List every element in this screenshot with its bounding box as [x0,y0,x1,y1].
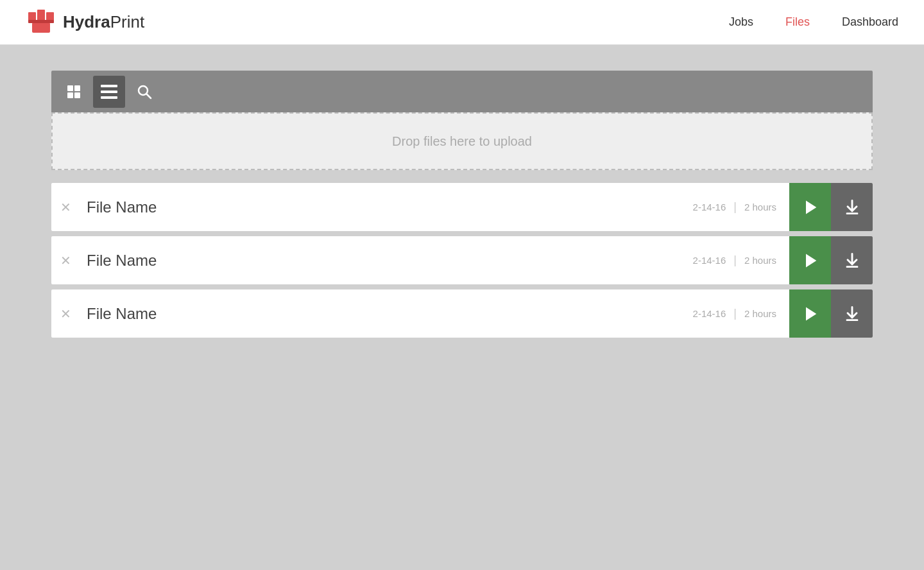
table-row: ✕ File Name 2-14-16 | 2 hours [51,289,873,338]
logo-icon [26,7,56,38]
logo-brand: Hydra [63,12,110,31]
svg-rect-8 [74,92,80,98]
svg-rect-4 [28,20,54,23]
grid-icon [66,84,81,99]
logo-suffix: Print [110,12,144,31]
file-name: File Name [80,198,693,216]
main-content: Drop files here to upload ✕ File Name 2-… [0,45,924,363]
header: HydraPrint Jobs Files Dashboard [0,0,924,45]
download-button[interactable] [831,236,873,284]
nav-dashboard[interactable]: Dashboard [842,15,898,29]
play-button[interactable] [789,289,831,338]
svg-rect-6 [74,85,80,91]
nav: Jobs Files Dashboard [729,15,898,29]
list-icon [101,85,117,99]
delete-button[interactable]: ✕ [51,306,80,322]
download-button[interactable] [831,289,873,338]
file-name: File Name [80,252,693,270]
svg-rect-2 [46,12,54,21]
close-icon: ✕ [60,306,71,322]
file-date: 2-14-16 [693,308,726,319]
download-icon [843,305,861,323]
meta-divider: | [733,307,737,320]
file-meta: 2-14-16 | 2 hours [693,200,789,214]
download-icon [843,198,861,216]
file-actions [789,289,873,338]
svg-rect-3 [32,22,50,33]
svg-rect-7 [67,92,73,98]
close-icon: ✕ [60,200,71,215]
search-icon [137,84,152,99]
svg-marker-14 [806,200,816,214]
file-name: File Name [80,305,693,323]
file-duration: 2 hours [744,308,776,319]
svg-rect-1 [37,10,45,21]
file-duration: 2 hours [744,202,776,212]
svg-rect-11 [101,96,117,99]
file-list: ✕ File Name 2-14-16 | 2 hours [51,183,873,338]
logo-text: HydraPrint [63,12,144,32]
svg-rect-10 [101,91,117,93]
file-actions [789,183,873,231]
download-button[interactable] [831,183,873,231]
file-date: 2-14-16 [693,255,726,266]
table-row: ✕ File Name 2-14-16 | 2 hours [51,236,873,284]
meta-divider: | [733,200,737,214]
close-icon: ✕ [60,253,71,268]
file-meta: 2-14-16 | 2 hours [693,254,789,267]
meta-divider: | [733,254,737,267]
svg-rect-5 [67,85,73,91]
play-icon [801,305,819,323]
toolbar [51,71,873,112]
logo-area: HydraPrint [26,7,144,38]
play-icon [801,252,819,270]
drop-zone[interactable]: Drop files here to upload [51,112,873,170]
nav-jobs[interactable]: Jobs [729,15,753,29]
list-view-button[interactable] [93,76,125,108]
svg-marker-16 [806,254,816,267]
play-icon [801,198,819,216]
svg-rect-9 [101,85,117,87]
file-date: 2-14-16 [693,202,726,212]
search-button[interactable] [128,76,160,108]
nav-files[interactable]: Files [785,15,810,29]
delete-button[interactable]: ✕ [51,200,80,215]
grid-view-button[interactable] [58,76,90,108]
table-row: ✕ File Name 2-14-16 | 2 hours [51,183,873,231]
delete-button[interactable]: ✕ [51,253,80,268]
file-duration: 2 hours [744,255,776,266]
download-icon [843,252,861,270]
file-meta: 2-14-16 | 2 hours [693,307,789,320]
svg-rect-15 [846,212,858,214]
svg-line-13 [147,94,151,98]
svg-rect-0 [28,12,36,21]
drop-zone-text: Drop files here to upload [392,134,532,149]
file-actions [789,236,873,284]
svg-rect-17 [846,266,858,268]
svg-marker-18 [806,307,816,320]
play-button[interactable] [789,183,831,231]
svg-rect-19 [846,319,858,321]
play-button[interactable] [789,236,831,284]
